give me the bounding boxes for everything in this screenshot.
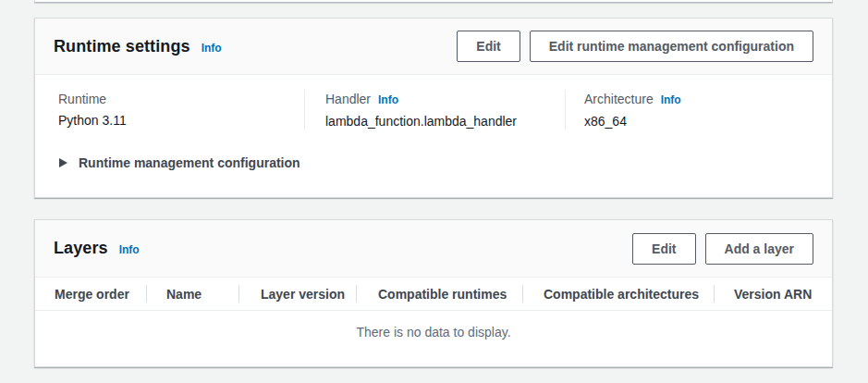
layers-title: Layers [54, 239, 108, 258]
runtime-settings-title: Runtime settings [54, 37, 190, 56]
runtime-field-label-row: Runtime [58, 90, 286, 108]
column-header-merge-order: Merge order [35, 278, 147, 310]
runtime-field-label: Runtime [58, 90, 106, 108]
add-a-layer-button[interactable]: Add a layer [705, 233, 813, 265]
edit-layers-button[interactable]: Edit [632, 233, 695, 265]
layers-empty-state: There is no data to display. [35, 311, 832, 365]
runtime-settings-body: Runtime Python 3.11 Handler Info lambda_… [35, 75, 832, 170]
column-header-layer-version: Layer version [239, 278, 357, 310]
runtime-settings-fields: Runtime Python 3.11 Handler Info lambda_… [35, 75, 832, 130]
column-header-compatible-architectures: Compatible architectures [523, 278, 715, 310]
layers-panel: Layers Info Edit Add a layer Merge order… [34, 219, 833, 367]
edit-runtime-management-configuration-button[interactable]: Edit runtime management configuration [530, 31, 813, 62]
architecture-field-value: x86_64 [584, 112, 813, 130]
column-header-compatible-runtimes: Compatible runtimes [357, 278, 523, 310]
handler-field-value: lambda_function.lambda_handler [325, 112, 546, 130]
layers-actions: Edit Add a layer [632, 233, 813, 265]
lambda-configuration-page: Runtime settings Info Edit Edit runtime … [0, 0, 868, 383]
runtime-settings-actions: Edit Edit runtime management configurati… [457, 31, 813, 62]
architecture-field-label: Architecture [584, 90, 654, 108]
runtime-field: Runtime Python 3.11 [35, 90, 304, 130]
runtime-settings-header: Runtime settings Info Edit Edit runtime … [35, 19, 832, 75]
column-header-name: Name [147, 278, 239, 310]
runtime-management-configuration-expander[interactable]: Runtime management configuration [59, 155, 813, 170]
expander-arrow-icon [59, 158, 67, 167]
runtime-settings-info-link[interactable]: Info [202, 42, 222, 55]
previous-panel-bottom-edge [34, 0, 833, 3]
layers-header: Layers Info Edit Add a layer [35, 220, 832, 277]
runtime-field-value: Python 3.11 [58, 111, 286, 130]
architecture-field: Architecture Info x86_64 [565, 90, 832, 130]
runtime-settings-panel: Runtime settings Info Edit Edit runtime … [34, 18, 833, 198]
architecture-field-label-row: Architecture Info [584, 90, 813, 109]
runtime-management-configuration-expander-label: Runtime management configuration [79, 155, 300, 170]
layers-table-header: Merge order Name Layer version Compatibl… [35, 277, 832, 311]
layers-empty-message: There is no data to display. [356, 323, 510, 341]
architecture-info-link[interactable]: Info [661, 91, 681, 109]
handler-field-label: Handler [325, 90, 371, 108]
layers-title-group: Layers Info [54, 239, 140, 258]
handler-field-label-row: Handler Info [325, 90, 546, 109]
handler-field: Handler Info lambda_function.lambda_hand… [304, 90, 565, 130]
runtime-settings-title-group: Runtime settings Info [54, 37, 222, 56]
edit-runtime-settings-button[interactable]: Edit [457, 31, 520, 62]
column-header-version-arn: Version ARN [715, 278, 832, 310]
layers-info-link[interactable]: Info [119, 243, 140, 256]
handler-info-link[interactable]: Info [378, 91, 398, 109]
